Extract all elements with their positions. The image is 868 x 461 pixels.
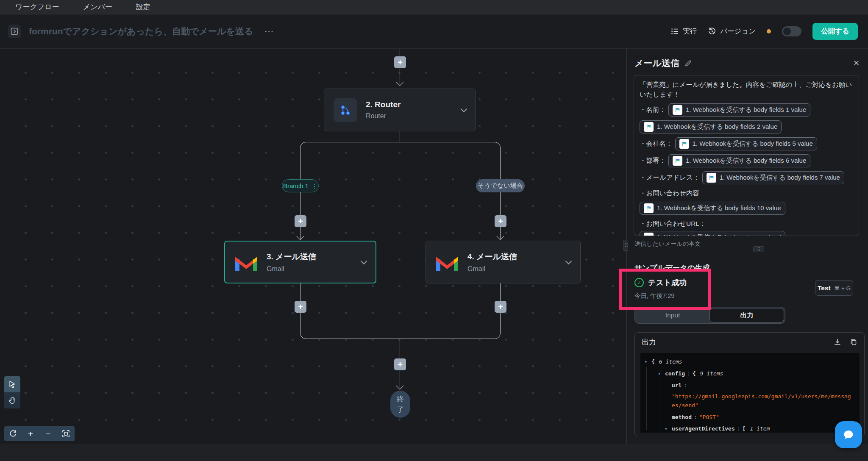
fit-view-button[interactable] <box>59 428 72 440</box>
email-label: ・メールアドレス： <box>640 172 700 182</box>
end-node[interactable]: 終 了 <box>390 391 410 418</box>
connector-line <box>500 192 501 215</box>
webhook-tag-fields-2[interactable]: 1. Webhookを受信する body fields 2 value <box>640 120 782 133</box>
webhook-tag-fields-5[interactable]: 1. Webhookを受信する body fields 5 value <box>675 137 817 150</box>
webhook-tag-label: 1. Webhookを受信する body fields 10 value <box>657 203 781 213</box>
mail-row-name-2: 1. Webhookを受信する body fields 2 value <box>640 120 853 133</box>
router-icon-box <box>334 98 357 122</box>
canvas-mode-toolbar <box>4 376 20 408</box>
branch-menu-icon[interactable]: ⋮ <box>312 183 317 189</box>
json-colon: : <box>692 414 699 420</box>
collapse-triangle-icon[interactable]: ▼ <box>665 423 672 433</box>
json-brace: { <box>651 358 659 365</box>
more-menu-button[interactable]: ⋯ <box>261 26 278 37</box>
webhook-tag-label: 1. Webhookを受信する body fields 1 value <box>686 105 806 115</box>
top-nav: ワークフロー メンバー 設定 <box>0 0 868 14</box>
webhook-tag-fields-7[interactable]: 1. Webhookを受信する body fields 7 value <box>702 171 844 184</box>
collapse-triangle-icon[interactable]: ▼ <box>645 356 651 368</box>
reset-view-button[interactable] <box>7 428 19 440</box>
json-url-value: "https://gmail.googleapis.com/gmail/v1/u… <box>672 392 853 410</box>
tab-output[interactable]: 出力 <box>709 308 784 322</box>
success-check-icon: ✓ <box>634 278 644 287</box>
zoom-out-button[interactable]: − <box>42 428 55 440</box>
webhook-tag-entry-card-url[interactable]: 1. Webhookを受信する body entry_card_url <box>640 231 785 236</box>
mail-row-url: ・お問い合わせURL： 1. Webhookを受信する body entry_c… <box>640 219 853 236</box>
history-icon <box>708 27 716 36</box>
test-button-label: Test <box>818 284 831 292</box>
gmail-icon <box>235 253 257 271</box>
test-shortcut: ⌘ + G <box>834 285 851 292</box>
router-branch-icon <box>339 103 352 117</box>
node-send-mail-4[interactable]: 4. メール送信 Gmail <box>426 241 581 283</box>
else-branch-pill[interactable]: そうでない場合 <box>476 179 525 192</box>
json-output-viewer[interactable]: ▼{6 items ▼config:{9 items url: "https:/… <box>640 353 860 433</box>
connector-line <box>400 339 400 358</box>
node-send-mail-3[interactable]: 3. メール送信 Gmail <box>224 241 376 283</box>
chat-bubble-icon <box>842 428 855 442</box>
mail-row-name: ・名前： 1. Webhookを受信する body fields 1 value <box>640 103 853 117</box>
test-button[interactable]: Test ⌘ + G <box>815 280 853 296</box>
workflow-canvas[interactable]: + 2. Router Router <box>0 49 626 444</box>
nav-item-settings[interactable]: 設定 <box>136 2 150 12</box>
expand-panel-button[interactable] <box>8 25 21 38</box>
webhook-tag-label: 1. Webhookを受信する body entry_card_url <box>657 233 781 236</box>
select-tool-button[interactable] <box>4 376 20 392</box>
merge-connector-left <box>300 313 400 339</box>
node-title: 2. Router <box>366 100 453 109</box>
node-router[interactable]: 2. Router Router <box>324 89 476 131</box>
canvas-zoom-toolbar: + − <box>4 426 75 441</box>
chevron-down-icon[interactable] <box>461 106 467 112</box>
tab-input[interactable]: Input <box>636 308 709 322</box>
add-step-button-top[interactable]: + <box>394 56 406 68</box>
name-label: ・名前： <box>640 105 666 114</box>
run-button[interactable]: 実行 <box>671 27 697 36</box>
chevron-down-icon[interactable] <box>361 258 367 264</box>
nav-item-workflows[interactable]: ワークフロー <box>15 2 59 12</box>
formrun-icon <box>644 203 654 213</box>
pan-tool-button[interactable] <box>4 392 20 408</box>
cursor-icon <box>8 380 17 389</box>
json-colon: : <box>682 382 689 389</box>
json-key: userAgentDirectives <box>672 425 735 432</box>
zoom-in-button[interactable]: + <box>24 428 37 440</box>
chevron-down-icon[interactable] <box>565 258 572 264</box>
publish-button[interactable]: 公開する <box>812 23 858 40</box>
json-bracket: [ <box>743 425 750 432</box>
else-branch-label: そうでない場合 <box>478 182 523 190</box>
json-method-row: method:"POST" <box>645 411 857 423</box>
editor-resize-handle[interactable]: ⠿ <box>753 246 764 252</box>
webhook-tag-fields-10[interactable]: 1. Webhookを受信する body fields 10 value <box>640 202 785 215</box>
edit-pencil-icon[interactable] <box>684 59 692 67</box>
webhook-tag-fields-6[interactable]: 1. Webhookを受信する body fields 6 value <box>668 154 810 167</box>
support-chat-button[interactable] <box>835 421 862 448</box>
copy-button[interactable] <box>850 338 857 346</box>
versions-button[interactable]: バージョン <box>708 27 756 36</box>
collapse-triangle-icon[interactable]: ▼ <box>658 368 665 380</box>
dept-label: ・部署： <box>640 156 666 165</box>
mail-body-editor[interactable]: 「営業宛」にメールが届きました。内容をご確認の上、ご対応をお願いいたします！ ・… <box>634 75 859 236</box>
add-step-button-else[interactable]: + <box>495 215 506 227</box>
output-heading: 出力 <box>642 337 656 347</box>
add-step-button-bottom[interactable]: + <box>394 358 406 370</box>
nav-item-members[interactable]: メンバー <box>83 2 112 12</box>
workflow-header: formrunでアクションがあったら、自動でメールを送る ⋯ 実行 バージョン <box>0 14 868 49</box>
json-uad-row: ▼userAgentDirectives:[1 item <box>645 423 857 433</box>
company-label: ・会社名： <box>640 139 673 148</box>
webhook-tag-fields-1[interactable]: 1. Webhookを受信する body fields 1 value <box>668 103 810 117</box>
json-key: method <box>672 414 692 420</box>
branch1-pill[interactable]: Branch 1 ⋮ <box>282 179 319 192</box>
mail-row-inquiry-label: ・お問い合わせ内容 <box>640 188 853 198</box>
panel-title: メール送信 <box>634 57 679 69</box>
copy-icon <box>850 338 857 346</box>
formrun-icon <box>673 156 682 166</box>
publish-toggle[interactable] <box>782 26 801 36</box>
mail-row-email: ・メールアドレス： 1. Webhookを受信する body fields 7 … <box>640 171 853 184</box>
add-step-button-branch1[interactable]: + <box>295 215 306 227</box>
download-button[interactable] <box>834 338 841 346</box>
connector-line <box>400 131 400 142</box>
close-panel-button[interactable]: ✕ <box>851 58 862 69</box>
add-step-button-below-3[interactable]: + <box>295 301 306 313</box>
json-string-value: "POST" <box>699 414 719 420</box>
node-title: 3. メール送信 <box>267 251 353 262</box>
add-step-button-below-4[interactable]: + <box>495 301 506 313</box>
